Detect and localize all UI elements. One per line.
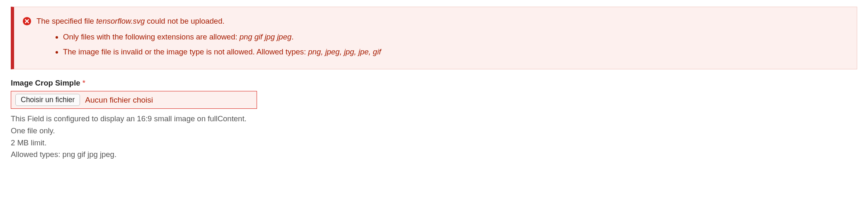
error-item-emph: png, jpeg, jpg, jpe, gif — [308, 47, 381, 56]
choose-file-button[interactable]: Choisir un fichier — [15, 94, 80, 106]
error-title: The specified file tensorflow.svg could … — [36, 15, 225, 27]
error-icon — [22, 17, 32, 26]
field-label: Image Crop Simple * — [11, 79, 857, 88]
error-header: The specified file tensorflow.svg could … — [22, 15, 847, 27]
file-status-text: Aucun fichier choisi — [85, 96, 153, 105]
error-item-suffix: . — [291, 32, 293, 41]
error-message-box: The specified file tensorflow.svg could … — [11, 7, 857, 69]
error-title-prefix: The specified file — [36, 17, 96, 25]
error-title-filename: tensorflow.svg — [96, 17, 145, 25]
error-item-text: Only files with the following extensions… — [63, 32, 240, 41]
help-line: This Field is configured to display an 1… — [11, 113, 857, 125]
field-help-text: This Field is configured to display an 1… — [11, 113, 857, 161]
error-item-emph: png gif jpg jpeg — [240, 32, 292, 41]
field-label-text: Image Crop Simple — [11, 79, 80, 87]
help-line: Allowed types: png gif jpg jpeg. — [11, 149, 857, 161]
error-list: Only files with the following extensions… — [63, 31, 847, 58]
required-marker: * — [82, 79, 85, 87]
file-input-wrapper[interactable]: Choisir un fichier Aucun fichier choisi — [11, 91, 257, 109]
error-item-text: The image file is invalid or the image t… — [63, 47, 308, 56]
help-line: One file only. — [11, 125, 857, 137]
error-list-item: Only files with the following extensions… — [63, 31, 847, 43]
error-title-suffix: could not be uploaded. — [145, 17, 224, 25]
error-list-item: The image file is invalid or the image t… — [63, 46, 847, 58]
file-input[interactable]: Choisir un fichier Aucun fichier choisi — [15, 94, 153, 106]
help-line: 2 MB limit. — [11, 137, 857, 149]
